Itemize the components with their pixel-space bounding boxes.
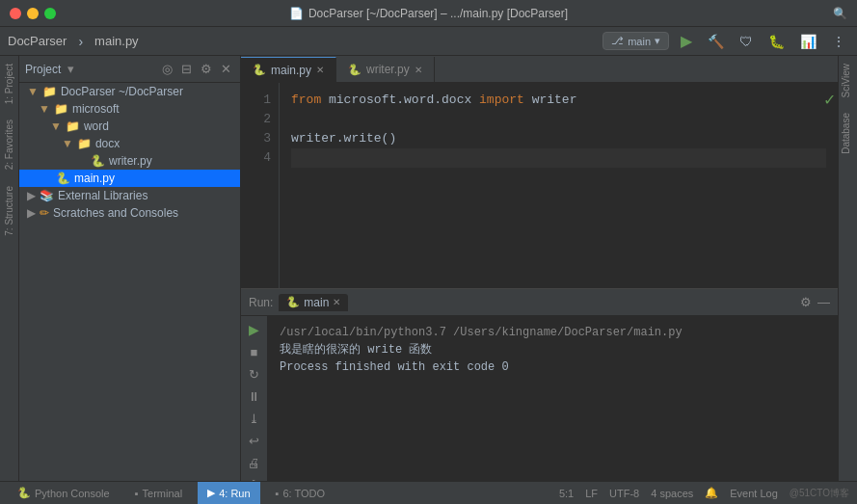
expand-icon: ▶ [27, 189, 36, 202]
tree-item-mainpy[interactable]: 🐍 main.py [19, 170, 240, 187]
settings-icon[interactable]: ⚙ [800, 295, 812, 309]
indent-info: 4 spaces [651, 488, 693, 499]
python-icon: 🐍 [17, 487, 31, 499]
close-button[interactable] [10, 8, 21, 19]
run-tab-icon: 🐍 [286, 296, 300, 308]
run-left-toolbar: ▶ ■ ↻ ⏸ ⤓ ↩ 🖨 🗑 [241, 316, 268, 481]
run-label: Run: [249, 296, 273, 309]
run-exit-line: Process finished with exit code 0 [280, 358, 826, 376]
collapse-icon[interactable]: ⊟ [178, 61, 195, 77]
folder-icon: 📁 [42, 85, 57, 98]
tab-writer[interactable]: 🐍 writer.py ✕ [336, 57, 435, 82]
chevron-down-icon[interactable]: ▾ [65, 61, 77, 77]
run-icon[interactable]: ▶ [677, 30, 696, 52]
terminal-icon: ▪ [135, 488, 139, 499]
folder-icon: 📁 [66, 119, 80, 133]
tree-item-microsoft[interactable]: ▼ 📁 microsoft [19, 100, 240, 118]
tree-item-label: word [84, 119, 109, 133]
status-tab-python-console[interactable]: 🐍 Python Console [8, 482, 120, 505]
folder-expand-icon: ▼ [50, 119, 62, 133]
restore-button[interactable]: ↻ [247, 365, 261, 384]
close-panel-icon[interactable]: ✕ [218, 61, 234, 77]
run-toolbar: Run: 🐍 main ✕ ⚙ — [241, 289, 838, 316]
tab-file-icon: 🐍 [253, 64, 266, 76]
line-num-3: 3 [241, 129, 271, 148]
line-num-2: 2 [241, 110, 271, 129]
more-icon[interactable]: ⋮ [828, 32, 849, 51]
tree-item-writer[interactable]: 🐍 writer.py [19, 152, 240, 170]
file-breadcrumb[interactable]: main.py [94, 34, 139, 48]
status-tab-run[interactable]: ▶ 4: Run [198, 482, 259, 505]
run-tab-label: main [304, 296, 329, 309]
sidebar-item-structure[interactable]: 7: Structure [2, 178, 16, 244]
build-icon[interactable]: 🔨 [704, 32, 728, 51]
tab-label: main.py [271, 64, 311, 77]
tab-mainpy[interactable]: 🐍 main.py ✕ [241, 57, 336, 82]
titlebar: 📄 DocParser [~/DocParser] – .../main.py … [0, 0, 857, 27]
code-line-4 [291, 148, 826, 168]
status-right: 5:1 LF UTF-8 4 spaces 🔔 Event Log @51CTO… [559, 487, 849, 500]
status-tab-terminal[interactable]: ▪ Terminal [125, 482, 192, 505]
search-icon[interactable]: 🔍 [833, 7, 847, 20]
stop-button[interactable]: ■ [249, 343, 260, 361]
sidebar-item-sciview[interactable]: SciView [839, 56, 857, 105]
maximize-button[interactable] [44, 8, 56, 19]
locate-icon[interactable]: ◎ [159, 61, 175, 77]
encoding: UTF-8 [609, 488, 639, 499]
sidebar-item-favorites[interactable]: 2: Favorites [2, 112, 16, 177]
tree-item-scratches[interactable]: ▶ ✏ Scratches and Consoles [19, 204, 240, 222]
main-area: 1: Project 2: Favorites 7: Structure Pro… [0, 56, 857, 481]
coverage-icon[interactable]: 🛡 [736, 32, 757, 51]
sidebar-item-project[interactable]: 1: Project [2, 56, 16, 112]
status-tab-todo[interactable]: ▪ 6: TODO [266, 482, 335, 505]
run-status-icon: ▶ [207, 487, 215, 499]
debug-icon[interactable]: 🐛 [764, 32, 789, 51]
status-tab-label: Terminal [143, 488, 183, 499]
folder-expand-icon: ▼ [39, 102, 50, 116]
status-tab-label: 6: TODO [282, 488, 325, 499]
minimize-panel-icon[interactable]: — [817, 295, 830, 309]
editor-area: 🐍 main.py ✕ 🐍 writer.py ✕ 1 2 3 4 [241, 56, 838, 481]
window-title: 📄 DocParser [~/DocParser] – .../main.py … [289, 7, 568, 20]
window-controls [10, 8, 56, 19]
tree-item-label: DocParser ~/DocParser [61, 85, 183, 98]
tree-item-label: External Libraries [58, 189, 147, 202]
event-log-label[interactable]: Event Log [730, 488, 778, 499]
line-ending: LF [585, 488, 598, 499]
right-sidebar-strip: SciView Database [838, 56, 857, 481]
code-editor[interactable]: 1 2 3 4 from microsoft.word.docx import … [241, 83, 838, 288]
tree-item-label: main.py [74, 172, 115, 185]
code-content[interactable]: from microsoft.word.docx import writer w… [280, 83, 838, 288]
scroll-down-button[interactable]: ⤓ [247, 410, 261, 428]
tree-item-docparser[interactable]: ▼ 📁 DocParser ~/DocParser [19, 83, 240, 100]
minimize-button[interactable] [27, 8, 39, 19]
toolbar-right-actions: ⎇ main ▾ ▶ 🔨 🛡 🐛 📊 ⋮ [603, 30, 849, 52]
project-breadcrumb[interactable]: DocParser [8, 34, 67, 48]
folder-icon: 📁 [54, 102, 68, 116]
py-file-icon: 🐍 [56, 172, 70, 185]
branch-selector[interactable]: ⎇ main ▾ [603, 32, 669, 50]
folder-icon: 📁 [77, 137, 92, 150]
run-output-line-1: 我是瞎的很深的 write 函数 [280, 341, 826, 358]
tab-close-icon[interactable]: ✕ [316, 65, 324, 75]
left-sidebar-strip: 1: Project 2: Favorites 7: Structure [0, 56, 19, 481]
event-log-icon: 🔔 [705, 487, 718, 499]
run-tab-main[interactable]: 🐍 main ✕ [279, 294, 348, 311]
cursor-position: 5:1 [559, 488, 574, 499]
pause-button[interactable]: ⏸ [246, 387, 262, 406]
profile-icon[interactable]: 📊 [796, 32, 820, 51]
settings-icon[interactable]: ⚙ [198, 61, 215, 77]
tree-item-docx[interactable]: ▼ 📁 docx [19, 135, 240, 152]
tree-item-word[interactable]: ▼ 📁 word [19, 118, 240, 135]
tree-item-extlibs[interactable]: ▶ 📚 External Libraries [19, 187, 240, 204]
print-button[interactable]: 🖨 [246, 454, 262, 472]
expand-icon: ▶ [27, 206, 36, 220]
chevron-down-icon: ▾ [655, 35, 660, 47]
status-tab-label: Python Console [35, 488, 110, 499]
project-panel: Project ▾ ◎ ⊟ ⚙ ✕ ▼ 📁 DocParser ~/DocPar… [19, 56, 241, 481]
sidebar-item-database[interactable]: Database [839, 105, 857, 162]
tab-close-icon[interactable]: ✕ [415, 65, 422, 75]
rerun-button[interactable]: ▶ [247, 320, 261, 339]
soft-wrap-button[interactable]: ↩ [247, 432, 261, 450]
run-tab-close-icon[interactable]: ✕ [333, 297, 340, 307]
